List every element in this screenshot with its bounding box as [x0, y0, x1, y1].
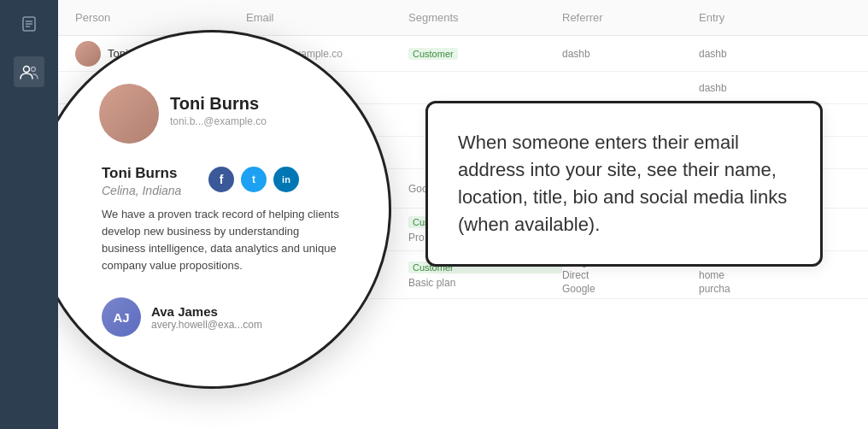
linkedin-icon[interactable]: in [273, 167, 299, 192]
cell-entry: dashb [699, 82, 868, 94]
header-entry: Entry [699, 11, 868, 24]
main-content: Person Email Segments Referrer Entry Ton… [58, 0, 868, 429]
header-email: Email [246, 11, 408, 24]
svg-point-5 [32, 68, 36, 72]
ava-email: avery.howell@exa...com [151, 319, 262, 331]
users-icon[interactable] [14, 56, 44, 87]
twitter-icon[interactable]: t [241, 167, 267, 192]
header-referrer: Referrer [562, 11, 699, 24]
facebook-icon[interactable]: f [208, 167, 234, 192]
cell-referrer: dashb [562, 48, 699, 60]
sidebar [0, 0, 58, 429]
popup-bio: We have a proven track record of helping… [102, 206, 341, 275]
header-person: Person [58, 11, 246, 24]
popup-ava-preview: AJ Ava James avery.howell@exa...com [102, 297, 262, 337]
popup-avatar [99, 84, 159, 144]
callout-text: When someone enters their email address … [458, 129, 790, 238]
header-segments: Segments [408, 11, 562, 24]
segment-badge: Customer [408, 48, 458, 60]
ava-name: Ava James [151, 304, 262, 319]
popup-header: Toni Burns toni.b...@example.co [170, 94, 267, 127]
cell-segments: Customer [408, 48, 562, 60]
document-icon[interactable] [14, 9, 44, 39]
ava-avatar: AJ [102, 297, 141, 337]
callout-box: When someone enters their email address … [425, 101, 823, 267]
cell-entry: dashb [699, 48, 868, 60]
table-header: Person Email Segments Referrer Entry [58, 0, 868, 36]
popup-email: toni.b...@example.co [170, 115, 267, 127]
social-icons: f t in [208, 167, 299, 192]
svg-point-4 [24, 67, 30, 73]
popup-name: Toni Burns [170, 94, 267, 114]
avatar [75, 41, 101, 67]
